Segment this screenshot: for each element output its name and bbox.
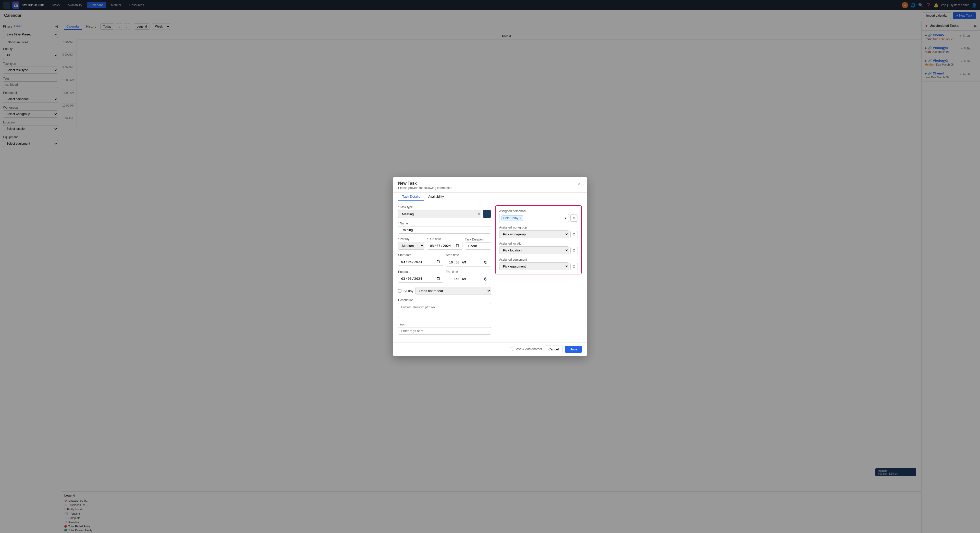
task-duration-label: Task Duration	[465, 238, 491, 241]
description-row: Description	[398, 298, 491, 319]
assigned-workgroup-row: Assigned workgroup Pick workgroup ⚙	[499, 226, 578, 238]
tab-availability[interactable]: Availability	[424, 192, 448, 201]
task-type-select[interactable]: Meeting	[398, 210, 481, 218]
assigned-location-input-row: Pick location ⚙	[499, 246, 578, 254]
assigned-personnel-label: Assigned personnel	[499, 209, 578, 213]
start-date-input[interactable]	[398, 258, 443, 266]
modal-header: New Task Please provide the following in…	[393, 177, 587, 192]
due-date-input[interactable]	[427, 242, 463, 250]
end-time-input[interactable]	[446, 274, 491, 283]
save-add-another-checkbox[interactable]	[510, 347, 513, 351]
modal-overlay: New Task Please provide the following in…	[0, 0, 980, 533]
workgroup-select[interactable]: Pick workgroup	[499, 230, 569, 238]
name-input[interactable]	[398, 226, 491, 233]
priority-due-duration-row: * Priority Medium * Due date	[398, 237, 491, 250]
tab-task-details[interactable]: Task Details	[398, 192, 424, 201]
assigned-location-row: Assigned location Pick location ⚙	[499, 242, 578, 254]
start-date-label: Start date	[398, 253, 443, 257]
personnel-gear-button[interactable]: ⚙	[570, 214, 578, 222]
modal-footer: Save & Add Another Cancel Save	[393, 342, 587, 356]
modal-close-button[interactable]: ×	[577, 181, 582, 187]
assigned-personnel-row: Assigned personnel Beth Colby × ▾ ⚙	[499, 209, 578, 222]
assigned-equipment-label: Assigned equipment	[499, 258, 578, 262]
cancel-button[interactable]: Cancel	[545, 346, 563, 353]
modal-left-form: * Task type Meeting * Name	[398, 205, 491, 338]
personnel-field: Beth Colby × ▾	[499, 214, 569, 222]
end-time-label: End time	[446, 270, 491, 274]
modal-right-panel: Assigned personnel Beth Colby × ▾ ⚙	[495, 205, 582, 338]
task-type-input-row: Meeting	[398, 210, 491, 218]
task-type-row: * Task type Meeting	[398, 205, 491, 218]
beth-colby-remove-button[interactable]: ×	[519, 216, 522, 220]
all-day-checkbox[interactable]	[398, 289, 401, 292]
workgroup-gear-button[interactable]: ⚙	[570, 231, 578, 238]
name-label: * Name	[398, 222, 491, 225]
start-time-input[interactable]	[446, 258, 491, 266]
new-task-modal: New Task Please provide the following in…	[393, 177, 587, 356]
end-row: End date End time	[398, 270, 491, 283]
priority-label: * Priority	[398, 237, 425, 241]
save-button[interactable]: Save	[565, 346, 582, 353]
task-duration-input[interactable]	[465, 242, 491, 250]
start-time-label: Start time	[446, 253, 491, 257]
assigned-section: Assigned personnel Beth Colby × ▾ ⚙	[495, 205, 582, 274]
name-row: * Name	[398, 222, 491, 233]
location-gear-button[interactable]: ⚙	[570, 247, 578, 254]
assigned-location-label: Assigned location	[499, 242, 578, 245]
assigned-equipment-input-row: Pick equipment ⚙	[499, 262, 578, 270]
personnel-dropdown-arrow[interactable]: ▾	[565, 216, 566, 220]
modal-tabs: Task Details Availability	[393, 192, 587, 201]
name-required-star: *	[398, 222, 399, 225]
modal-subtitle: Please provide the following information	[398, 186, 452, 190]
due-date-required-star: *	[427, 237, 428, 241]
beth-colby-name: Beth Colby	[503, 216, 518, 220]
task-type-label: * Task type	[398, 205, 491, 209]
assigned-workgroup-label: Assigned workgroup	[499, 226, 578, 229]
end-date-input[interactable]	[398, 274, 443, 282]
priority-required-star: *	[398, 237, 399, 241]
save-add-another-label: Save & Add Another	[510, 347, 542, 351]
assigned-equipment-row: Assigned equipment Pick equipment ⚙	[499, 258, 578, 270]
start-row: Start date Start time	[398, 253, 491, 266]
tags-label: Tags	[398, 323, 491, 326]
tags-row: Tags	[398, 323, 491, 335]
all-day-row: All day Does not repeat	[398, 287, 491, 295]
equipment-gear-button[interactable]: ⚙	[570, 263, 578, 270]
description-label: Description	[398, 298, 491, 302]
priority-select[interactable]: Medium	[398, 242, 425, 250]
beth-colby-tag: Beth Colby ×	[501, 215, 523, 221]
all-day-label: All day	[404, 289, 414, 293]
assigned-personnel-input-row: Beth Colby × ▾ ⚙	[499, 214, 578, 222]
equipment-select[interactable]: Pick equipment	[499, 262, 569, 270]
location-select[interactable]: Pick location	[499, 246, 569, 254]
modal-title: New Task	[398, 181, 452, 186]
end-date-label: End date	[398, 270, 443, 274]
repeat-select[interactable]: Does not repeat	[415, 287, 491, 295]
save-add-another-text: Save & Add Another	[514, 347, 542, 351]
modal-body: * Task type Meeting * Name	[393, 201, 587, 342]
color-swatch[interactable]	[483, 210, 491, 218]
assigned-workgroup-input-row: Pick workgroup ⚙	[499, 230, 578, 238]
description-textarea[interactable]	[398, 303, 491, 318]
due-date-label: * Due date	[427, 237, 463, 241]
tags-input[interactable]	[398, 327, 491, 335]
task-type-required-star: *	[398, 205, 399, 209]
